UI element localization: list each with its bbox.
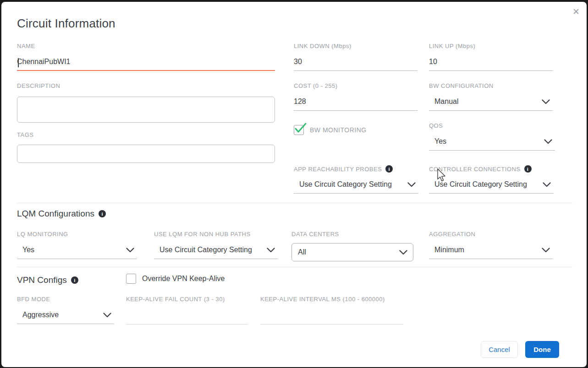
override-vpn-keepalive-checkbox[interactable]: Override VPN Keep-Alive xyxy=(126,274,225,284)
chevron-down-icon xyxy=(407,182,416,187)
lq-monitoring-label: LQ MONITORING xyxy=(17,231,137,238)
controller-connections-select[interactable]: Use Circuit Category Setting xyxy=(429,180,554,194)
tags-input[interactable] xyxy=(17,145,275,163)
chevron-down-icon xyxy=(267,248,275,253)
override-vpn-keepalive-label: Override VPN Keep-Alive xyxy=(142,275,225,283)
aggregation-label: AGGREGATION xyxy=(429,231,553,238)
close-icon[interactable]: ✕ xyxy=(572,7,580,16)
lq-monitoring-select[interactable]: Yes xyxy=(17,246,137,259)
tags-label: TAGS xyxy=(17,131,275,138)
done-button[interactable]: Done xyxy=(525,341,559,358)
description-field: DESCRIPTION xyxy=(17,82,275,124)
description-label: DESCRIPTION xyxy=(17,82,275,89)
link-down-label: LINK DOWN (Mbps) xyxy=(294,43,418,49)
use-lqm-non-hub-label: USE LQM FOR NON HUB PATHS xyxy=(154,231,278,238)
page-title: Circuit Information xyxy=(17,16,115,31)
link-down-field: LINK DOWN (Mbps) xyxy=(294,43,418,71)
chevron-down-icon xyxy=(399,250,407,255)
cost-field: COST (0 - 255) xyxy=(294,82,418,111)
bfd-mode-label: BFD MODE xyxy=(17,296,114,303)
name-label: NAME xyxy=(17,43,275,49)
info-icon[interactable]: i xyxy=(385,165,393,173)
description-input[interactable] xyxy=(17,97,275,123)
circuit-information-dialog: ✕ Circuit Information NAME DESCRIPTION T… xyxy=(1,2,587,367)
lq-monitoring-field: LQ MONITORING Yes xyxy=(17,231,137,259)
qos-label: QOS xyxy=(429,122,555,129)
link-up-label: LINK UP (Mbps) xyxy=(429,43,553,49)
data-centers-select[interactable]: All xyxy=(291,243,413,261)
name-field: NAME xyxy=(17,43,275,71)
qos-field: QOS Yes xyxy=(429,122,555,151)
lqm-section-title: LQM Configurations i xyxy=(17,209,106,219)
keepalive-interval-input[interactable] xyxy=(260,311,403,325)
chevron-down-icon xyxy=(543,182,551,187)
bfd-mode-select[interactable]: Aggressive xyxy=(17,311,114,324)
bw-monitoring-label: BW MONITORING xyxy=(310,126,367,134)
use-lqm-non-hub-field: USE LQM FOR NON HUB PATHS Use Circuit Ca… xyxy=(154,231,278,259)
aggregation-select[interactable]: Minimum xyxy=(429,246,553,259)
data-centers-field: DATA CENTERS All xyxy=(291,231,413,261)
controller-connections-label: CONTROLLER CONNECTIONS xyxy=(429,166,521,173)
keepalive-fail-count-input[interactable] xyxy=(126,311,248,325)
text-caret xyxy=(18,58,19,67)
chevron-down-icon xyxy=(542,248,550,253)
data-centers-label: DATA CENTERS xyxy=(291,231,413,238)
checkbox-box xyxy=(126,274,136,284)
name-input[interactable] xyxy=(17,58,275,71)
cost-label: COST (0 - 255) xyxy=(294,82,418,89)
qos-select[interactable]: Yes xyxy=(429,137,555,151)
link-down-input[interactable] xyxy=(294,58,418,71)
bw-configuration-field: BW CONFIGURATION Manual xyxy=(429,82,553,111)
app-reachability-probes-select[interactable]: Use Circuit Category Setting xyxy=(294,180,418,194)
chevron-down-icon xyxy=(103,313,111,318)
vpn-section-title: VPN Configs i xyxy=(17,275,78,285)
checkbox-box xyxy=(294,125,304,135)
keepalive-interval-field: KEEP-ALIVE INTERVAL MS (100 - 600000) xyxy=(260,296,403,325)
section-divider xyxy=(17,203,572,203)
app-reachability-probes-field: APP REACHABILITY PROBES i Use Circuit Ca… xyxy=(294,165,418,194)
info-icon[interactable]: i xyxy=(524,165,532,173)
chevron-down-icon xyxy=(542,99,550,104)
cancel-button[interactable]: Cancel xyxy=(481,341,518,358)
bw-configuration-label: BW CONFIGURATION xyxy=(429,82,553,89)
link-up-field: LINK UP (Mbps) xyxy=(429,43,553,71)
chevron-down-icon xyxy=(126,248,134,253)
bw-configuration-select[interactable]: Manual xyxy=(429,97,553,111)
controller-connections-field: CONTROLLER CONNECTIONS i Use Circuit Cat… xyxy=(429,165,554,194)
use-lqm-non-hub-select[interactable]: Use Circuit Category Setting xyxy=(154,246,278,259)
keepalive-fail-count-label: KEEP-ALIVE FAIL COUNT (3 - 30) xyxy=(126,296,248,303)
section-divider xyxy=(17,267,572,267)
bw-monitoring-checkbox[interactable]: BW MONITORING xyxy=(294,125,367,135)
info-icon[interactable]: i xyxy=(99,210,106,217)
app-reachability-probes-label: APP REACHABILITY PROBES xyxy=(294,166,382,173)
bfd-mode-field: BFD MODE Aggressive xyxy=(17,296,114,324)
keepalive-interval-label: KEEP-ALIVE INTERVAL MS (100 - 600000) xyxy=(260,296,403,303)
chevron-down-icon xyxy=(544,139,552,144)
link-up-input[interactable] xyxy=(429,58,553,71)
info-icon[interactable]: i xyxy=(71,276,78,284)
cost-input[interactable] xyxy=(294,97,418,111)
checkmark-icon xyxy=(294,122,308,136)
tags-field: TAGS xyxy=(17,131,275,163)
keepalive-fail-count-field: KEEP-ALIVE FAIL COUNT (3 - 30) xyxy=(126,296,248,325)
aggregation-field: AGGREGATION Minimum xyxy=(429,231,553,259)
